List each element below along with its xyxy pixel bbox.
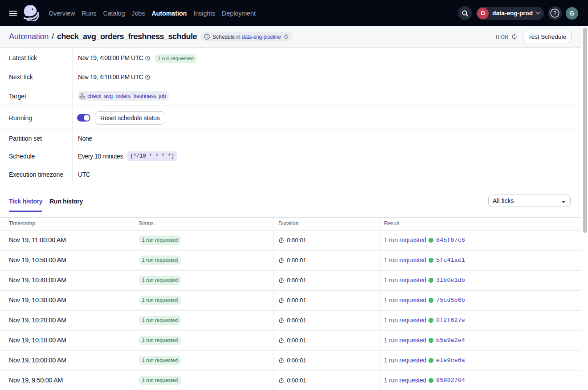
- svg-text:?: ?: [553, 10, 556, 16]
